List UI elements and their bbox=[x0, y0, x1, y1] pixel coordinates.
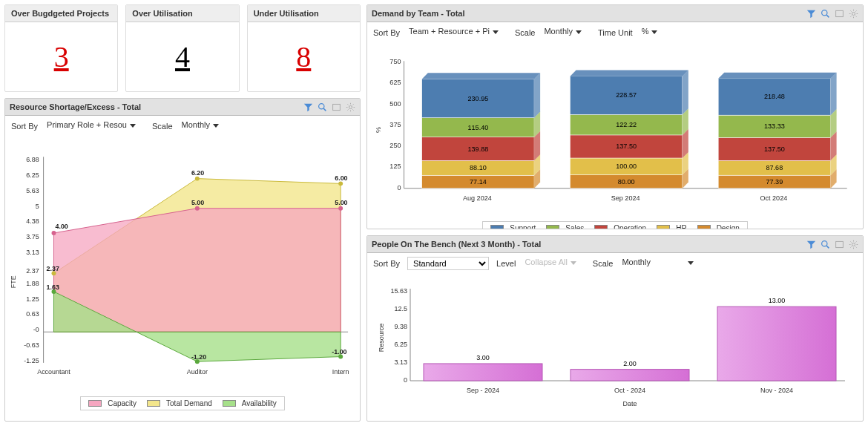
svg-rect-47 bbox=[835, 10, 843, 16]
svg-point-3 bbox=[349, 105, 352, 108]
svg-point-28 bbox=[195, 177, 200, 181]
svg-text:88.10: 88.10 bbox=[470, 164, 487, 171]
svg-text:87.68: 87.68 bbox=[766, 164, 783, 171]
scale-select[interactable]: Monthly bbox=[620, 257, 738, 270]
svg-text:250: 250 bbox=[389, 142, 401, 149]
svg-text:228.57: 228.57 bbox=[616, 91, 637, 99]
svg-marker-72 bbox=[534, 73, 540, 117]
svg-text:2.37: 2.37 bbox=[26, 267, 39, 275]
svg-rect-125 bbox=[571, 370, 689, 381]
kpi-value: 8 bbox=[248, 22, 360, 91]
demand-legend: Support Sales Operation HR Design bbox=[482, 221, 748, 229]
svg-text:-0.63: -0.63 bbox=[24, 341, 39, 349]
svg-text:0.63: 0.63 bbox=[26, 310, 39, 318]
svg-text:6.25: 6.25 bbox=[26, 171, 39, 179]
chevron-down-icon bbox=[213, 124, 219, 128]
sortby-label: Sort By bbox=[373, 259, 400, 268]
expand-icon[interactable] bbox=[834, 239, 844, 249]
svg-point-48 bbox=[852, 12, 855, 15]
svg-text:5.63: 5.63 bbox=[26, 187, 39, 194]
svg-point-24 bbox=[52, 231, 56, 235]
svg-text:137.50: 137.50 bbox=[764, 145, 785, 153]
resource-legend: Capacity Total Demand Availability bbox=[80, 396, 285, 410]
svg-text:0: 0 bbox=[397, 184, 401, 191]
svg-marker-104 bbox=[831, 73, 837, 115]
svg-marker-74 bbox=[422, 73, 540, 79]
gear-icon[interactable] bbox=[345, 102, 355, 112]
scale-select[interactable]: Monthly bbox=[180, 119, 228, 133]
expand-icon[interactable] bbox=[331, 102, 341, 112]
svg-text:1.63: 1.63 bbox=[47, 284, 59, 291]
svg-text:3.13: 3.13 bbox=[26, 249, 39, 256]
scale-select[interactable]: Monthly bbox=[542, 26, 591, 39]
scale-label: Scale bbox=[152, 122, 173, 131]
gear-icon[interactable] bbox=[848, 239, 858, 249]
search-icon[interactable] bbox=[820, 8, 830, 19]
svg-text:-1.20: -1.20 bbox=[191, 353, 206, 361]
svg-text:12.5: 12.5 bbox=[394, 305, 407, 312]
chevron-down-icon bbox=[651, 30, 657, 34]
svg-text:Aug 2024: Aug 2024 bbox=[463, 194, 492, 202]
svg-text:FTE: FTE bbox=[10, 275, 17, 288]
svg-text:5: 5 bbox=[36, 203, 39, 210]
svg-text:Sep - 2024: Sep - 2024 bbox=[467, 387, 499, 394]
kpi-row: Over Bugdgeted Projects 3 Over Utilisati… bbox=[4, 4, 361, 92]
svg-text:Auditor: Auditor bbox=[187, 368, 208, 376]
timeunit-label: Time Unit bbox=[598, 28, 633, 37]
svg-point-25 bbox=[195, 206, 200, 211]
svg-text:4.38: 4.38 bbox=[26, 218, 39, 226]
svg-text:100.00: 100.00 bbox=[616, 163, 637, 170]
svg-text:Sep 2024: Sep 2024 bbox=[611, 194, 640, 202]
sortby-select[interactable]: Team + Resource + Pi bbox=[407, 26, 507, 39]
svg-text:6.88: 6.88 bbox=[26, 156, 39, 163]
svg-text:3.00: 3.00 bbox=[476, 354, 490, 361]
kpi-underutil[interactable]: Under Utilisation 8 bbox=[247, 4, 361, 92]
filter-icon[interactable] bbox=[806, 8, 816, 19]
svg-text:77.14: 77.14 bbox=[470, 178, 487, 186]
panel-title: Demand by Team - Total bbox=[372, 9, 806, 18]
expand-icon[interactable] bbox=[834, 8, 844, 19]
filter-icon[interactable] bbox=[303, 102, 313, 112]
svg-text:5.00: 5.00 bbox=[335, 199, 347, 206]
chevron-down-icon bbox=[576, 30, 582, 34]
svg-text:137.50: 137.50 bbox=[616, 142, 637, 150]
gear-icon[interactable] bbox=[848, 8, 858, 19]
timeunit-select[interactable]: % bbox=[640, 26, 667, 39]
kpi-overbudget[interactable]: Over Bugdgeted Projects 3 bbox=[4, 4, 118, 92]
svg-text:Accountant: Accountant bbox=[37, 368, 70, 376]
svg-text:218.48: 218.48 bbox=[764, 93, 785, 100]
svg-point-26 bbox=[338, 206, 343, 211]
resource-shortage-panel: Resource Shortage/Excess - Total Sort By… bbox=[4, 98, 361, 422]
svg-text:-1.25: -1.25 bbox=[24, 357, 39, 364]
svg-text:115.40: 115.40 bbox=[468, 124, 489, 131]
svg-text:230.95: 230.95 bbox=[468, 95, 489, 102]
svg-marker-106 bbox=[718, 73, 836, 79]
svg-point-29 bbox=[338, 181, 343, 186]
svg-text:133.33: 133.33 bbox=[764, 122, 785, 130]
sortby-select[interactable]: Standard bbox=[407, 257, 489, 270]
search-icon[interactable] bbox=[820, 239, 830, 249]
svg-rect-123 bbox=[424, 364, 542, 381]
level-select[interactable]: Collapse All bbox=[523, 257, 585, 270]
svg-text:122.22: 122.22 bbox=[616, 121, 637, 128]
svg-text:750: 750 bbox=[389, 58, 401, 65]
level-label: Level bbox=[496, 259, 516, 268]
svg-text:500: 500 bbox=[389, 100, 401, 108]
svg-text:625: 625 bbox=[389, 79, 401, 86]
svg-text:4.00: 4.00 bbox=[55, 223, 68, 230]
chevron-down-icon bbox=[688, 261, 694, 265]
svg-point-113 bbox=[852, 243, 855, 246]
svg-text:375: 375 bbox=[389, 121, 401, 128]
svg-text:3.13: 3.13 bbox=[394, 358, 407, 366]
filter-icon[interactable] bbox=[806, 239, 816, 249]
svg-text:2.37: 2.37 bbox=[47, 265, 59, 272]
kpi-value: 3 bbox=[5, 22, 117, 91]
search-icon[interactable] bbox=[317, 102, 327, 112]
chevron-down-icon bbox=[571, 261, 576, 265]
sortby-select[interactable]: Primary Role + Resou bbox=[45, 119, 145, 133]
kpi-overutil[interactable]: Over Utilisation 4 bbox=[125, 4, 239, 92]
svg-line-46 bbox=[826, 15, 829, 17]
svg-point-0 bbox=[318, 103, 323, 108]
svg-text:13.00: 13.00 bbox=[769, 298, 786, 305]
bench-chart: Resource 0 3.13 6.25 9.38 12.5 15.63 3. bbox=[367, 274, 863, 421]
